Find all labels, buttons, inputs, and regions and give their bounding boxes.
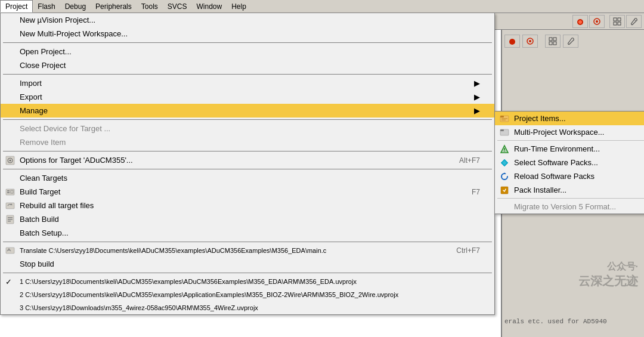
pack-installer-icon	[499, 184, 510, 196]
submenu-pack-installer[interactable]: Pack Installer...	[495, 183, 644, 197]
right-icon-grid2[interactable]	[545, 35, 561, 48]
svg-rect-16	[553, 38, 556, 41]
submenu-project-items[interactable]: Project Items...	[495, 112, 644, 125]
svg-point-14	[529, 40, 531, 42]
submenu-workspace[interactable]: Multi-Project Workspace...	[495, 125, 644, 139]
separator-2	[3, 74, 492, 75]
watermark-line1: 公众号·	[578, 261, 638, 273]
runtime-icon	[499, 143, 510, 155]
toolbar-icon-wrench[interactable]	[626, 15, 642, 28]
svg-line-11	[634, 20, 636, 21]
menu-clean-targets[interactable]: Clean Targets	[1, 171, 494, 185]
svg-point-12	[509, 39, 515, 45]
svg-rect-9	[614, 22, 617, 25]
project-items-icon	[499, 113, 510, 125]
separator-1	[3, 42, 492, 43]
right-icon-flame[interactable]	[504, 35, 520, 48]
submenu-runtime-label: Run-Time Environment...	[514, 144, 600, 153]
menu-batch-setup[interactable]: Batch Setup...	[1, 226, 494, 240]
menu-tools[interactable]: Tools	[137, 0, 163, 13]
menu-build-target[interactable]: Build Target F7	[1, 185, 494, 199]
menu-project[interactable]: Project	[0, 0, 33, 13]
svg-rect-36	[501, 118, 507, 119]
svg-rect-26	[6, 203, 14, 209]
svg-marker-46	[504, 172, 506, 174]
svg-point-21	[10, 159, 11, 161]
svg-rect-35	[500, 116, 504, 118]
svg-rect-39	[500, 129, 504, 131]
svg-rect-15	[549, 38, 552, 41]
menu-stop-build[interactable]: Stop build	[1, 257, 494, 271]
menu-recent-1[interactable]: ✓ 1 C:\Users\zyy18\Documents\keli\ADuCM3…	[1, 275, 494, 288]
svg-rect-17	[549, 42, 552, 45]
svg-point-43	[504, 150, 505, 152]
submenu-reload-packs[interactable]: Reload Software Packs	[495, 169, 644, 183]
options-target-icon	[4, 154, 16, 166]
svg-point-4	[578, 20, 582, 24]
svg-rect-30	[8, 219, 13, 220]
menu-select-device: Select Device for Target ...	[1, 122, 494, 135]
right-icon-wrench2[interactable]	[563, 35, 578, 48]
submenu-migrate-label: Migrate to Version 5 Format...	[514, 202, 616, 211]
menu-new-project[interactable]: New µVision Project...	[1, 13, 494, 27]
software-packs-icon	[499, 157, 510, 169]
menu-help[interactable]: Help	[227, 0, 251, 13]
submenu-runtime[interactable]: Run-Time Environment...	[495, 142, 644, 156]
svg-rect-18	[553, 42, 556, 45]
submenu-software-packs[interactable]: Select Software Packs...	[495, 156, 644, 169]
separator-7	[3, 273, 492, 273]
menu-rebuild-all[interactable]: Rebuild all target files	[1, 199, 494, 212]
svg-point-6	[596, 20, 598, 23]
svg-rect-47	[501, 187, 508, 194]
reload-packs-icon	[499, 171, 510, 183]
toolbar-icon-grid[interactable]	[609, 15, 625, 28]
rebuild-icon	[4, 200, 16, 212]
submenu-migrate: Migrate to Version 5 Format...	[495, 200, 644, 214]
menu-recent-3[interactable]: 3 C:\Users\zyy18\Downloads\m355_4wirez-0…	[1, 301, 494, 314]
menu-options-target[interactable]: Options for Target 'ADuCM355'... Alt+F7	[1, 153, 494, 167]
menu-debug[interactable]: Debug	[60, 0, 91, 13]
project-dropdown: New µVision Project... New Multi-Project…	[0, 13, 495, 315]
batch-build-icon	[4, 214, 16, 225]
menu-window[interactable]: Window	[191, 0, 227, 13]
right-icon-target2[interactable]	[522, 35, 538, 48]
menu-svcs[interactable]: SVCS	[163, 0, 192, 13]
menu-batch-build[interactable]: Batch Build	[1, 212, 494, 226]
svg-rect-24	[7, 192, 10, 193]
toolbar-icon-target[interactable]	[589, 15, 605, 28]
menu-remove-item: Remove Item	[1, 135, 494, 149]
menu-import[interactable]: Import ▶	[1, 76, 494, 90]
submenu-separator-1	[497, 140, 644, 141]
menu-translate[interactable]: Translate C:\Users\zyy18\Documents\keli\…	[1, 244, 494, 257]
checkmark-1: ✓	[5, 277, 12, 286]
submenu-project-items-label: Project Items...	[514, 114, 566, 123]
svg-rect-23	[7, 190, 10, 191]
menu-flash[interactable]: Flash	[33, 0, 60, 13]
svg-rect-31	[8, 221, 11, 222]
menu-close-project[interactable]: Close Project	[1, 58, 494, 72]
menu-peripherals[interactable]: Peripherals	[91, 0, 137, 13]
build-target-icon	[4, 186, 16, 198]
submenu-pack-installer-label: Pack Installer...	[514, 185, 566, 194]
svg-rect-37	[501, 119, 506, 120]
menu-new-workspace[interactable]: New Multi-Project Workspace...	[1, 27, 494, 41]
menu-manage[interactable]: Manage ▶	[1, 104, 494, 118]
separator-5	[3, 169, 492, 169]
watermark-line2: 云深之无迹	[578, 273, 638, 289]
workspace-icon	[499, 126, 510, 138]
svg-rect-8	[618, 18, 621, 21]
svg-rect-10	[618, 22, 621, 25]
watermark: 公众号· 云深之无迹	[578, 261, 638, 289]
svg-rect-7	[614, 18, 617, 21]
separator-4	[3, 151, 492, 152]
manage-submenu: Project Items... Multi-Project Workspace…	[494, 111, 644, 214]
right-panel-toolbar	[502, 30, 644, 52]
menu-recent-2[interactable]: 2 C:\Users\zyy18\Documents\keli\ADuCM355…	[1, 288, 494, 301]
toolbar-icon-flame[interactable]	[572, 15, 588, 28]
menu-open-project[interactable]: Open Project...	[1, 45, 494, 58]
submenu-software-packs-label: Select Software Packs...	[514, 158, 598, 167]
submenu-separator-2	[497, 198, 644, 199]
submenu-reload-packs-label: Reload Software Packs	[514, 172, 595, 181]
menu-export[interactable]: Export ▶	[1, 90, 494, 104]
translate-icon	[4, 245, 16, 256]
